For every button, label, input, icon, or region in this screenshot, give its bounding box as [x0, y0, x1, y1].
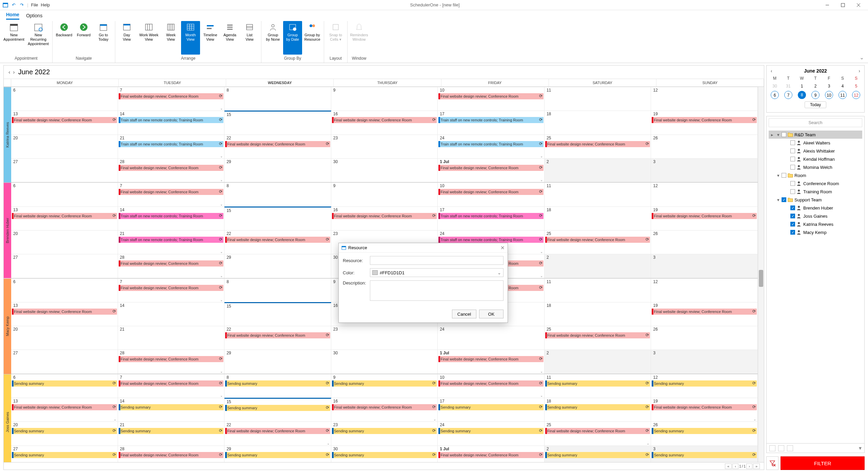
- snap-to-cells-button[interactable]: Snap to Cells ▾: [326, 21, 345, 55]
- calendar-cell[interactable]: 21: [118, 326, 225, 350]
- calendar-cell[interactable]: 1 JulFinal website design review; Confer…: [438, 350, 545, 373]
- appointment[interactable]: Sending summary⟳: [652, 428, 757, 434]
- calendar-cell[interactable]: 15: [224, 206, 331, 230]
- appointment[interactable]: Final website design review; Conference …: [545, 141, 650, 147]
- appointment[interactable]: Final website design review; Conference …: [652, 404, 757, 410]
- calendar-cell[interactable]: 19Final website design review; Conferenc…: [651, 206, 758, 230]
- first-page-button[interactable]: «: [725, 464, 732, 469]
- appointment[interactable]: Sending summary⟳: [545, 380, 650, 387]
- calendar-cell[interactable]: 27: [11, 254, 118, 278]
- calendar-cell[interactable]: 9: [331, 87, 438, 111]
- appointment[interactable]: Sending summary⟳: [545, 404, 650, 410]
- calendar-cell[interactable]: 21Train staff on new remote controls; Tr…: [118, 230, 225, 254]
- calendar-cell[interactable]: 10Final website design review; Conferenc…: [438, 182, 545, 206]
- appointment[interactable]: Sending summary⟳: [332, 380, 437, 387]
- calendar-cell[interactable]: 6: [11, 278, 118, 302]
- calendar-cell[interactable]: 1 JulFinal website design review; Confer…: [438, 158, 545, 182]
- calendar-cell[interactable]: 14Sending summary⟳: [118, 398, 225, 421]
- tree-expand-icon[interactable]: ▾: [859, 445, 862, 451]
- checkbox[interactable]: ✓: [790, 222, 795, 227]
- calendar-cell[interactable]: 2: [545, 254, 651, 278]
- show-more-icon[interactable]: ⌄: [540, 394, 543, 397]
- calendar-cell[interactable]: 20: [11, 135, 118, 158]
- appointment[interactable]: Sending summary⟳: [12, 452, 117, 458]
- calendar-cell[interactable]: 17Train staff on new remote controls; Tr…: [438, 206, 545, 230]
- calendar-cell[interactable]: 20Sending summary⟳: [11, 421, 118, 445]
- appointment[interactable]: Final website design review; Conference …: [438, 380, 544, 387]
- calendar-cell[interactable]: 11: [545, 87, 651, 111]
- timeline-view-button[interactable]: Timeline View: [201, 21, 220, 55]
- appointment[interactable]: Final website design review; Conference …: [12, 404, 117, 410]
- show-more-icon[interactable]: ⌄: [220, 370, 223, 373]
- tree-member[interactable]: ✓Brenden Huber: [769, 204, 862, 212]
- mini-next-button[interactable]: ›: [859, 68, 860, 74]
- calendar-cell[interactable]: 13Final website design review; Conferenc…: [11, 398, 118, 421]
- show-more-icon[interactable]: ⌄: [540, 370, 543, 373]
- appointment[interactable]: Final website design review; Conference …: [332, 117, 437, 123]
- mini-calendar-grid[interactable]: MTW TFS S 30 31 1 2 3 4 5 6 7 8 9: [768, 75, 863, 99]
- appointment[interactable]: Final website design review; Conference …: [119, 93, 224, 99]
- tree-member[interactable]: Momina Welch: [769, 163, 862, 171]
- calendar-cell[interactable]: 25Final website design review; Conferenc…: [545, 421, 651, 445]
- new-recurring-appointment-button[interactable]: New Recurring Appointment: [26, 21, 50, 55]
- minimize-button[interactable]: [820, 0, 835, 10]
- tab-options[interactable]: Options: [26, 13, 42, 20]
- appointment[interactable]: Final website design review; Conference …: [119, 189, 224, 195]
- next-page-button[interactable]: ›: [746, 464, 752, 469]
- list-view-button[interactable]: List View: [240, 21, 259, 55]
- show-more-icon[interactable]: ⌄: [220, 274, 223, 278]
- tab-home[interactable]: Home: [6, 12, 19, 20]
- calendar-cell[interactable]: 7Final website design review; Conference…: [118, 182, 225, 206]
- appointment[interactable]: Final website design review; Conference …: [225, 428, 330, 434]
- checkbox[interactable]: ✓: [790, 230, 795, 235]
- appointment[interactable]: Sending summary⟳: [332, 428, 437, 434]
- calendar-cell[interactable]: 6Sending summary⟳: [11, 374, 118, 398]
- calendar-cell[interactable]: 23Sending summary⟳: [331, 421, 438, 445]
- calendar-cell[interactable]: 28Final website design review; Conferenc…: [118, 254, 225, 278]
- calendar-cell[interactable]: 23: [331, 326, 438, 350]
- appointment[interactable]: Train staff on new remote controls; Trai…: [119, 117, 224, 123]
- agenda-view-button[interactable]: Agenda View: [220, 21, 239, 55]
- calendar-cell[interactable]: 25Final website design review; Conferenc…: [545, 135, 651, 158]
- appointment[interactable]: Final website design review; Conference …: [12, 309, 117, 315]
- calendar-cell[interactable]: 21Train staff on new remote controls; Tr…: [118, 135, 225, 158]
- calendar-cell[interactable]: 12: [651, 278, 758, 302]
- calendar-cell[interactable]: 8: [224, 182, 331, 206]
- appointment[interactable]: Sending summary⟳: [12, 380, 117, 387]
- calendar-cell[interactable]: 17Train staff on new remote controls; Tr…: [438, 111, 545, 134]
- tree-edit-button[interactable]: [778, 445, 784, 451]
- collapse-ribbon-icon[interactable]: ⌄: [860, 54, 864, 61]
- calendar-cell[interactable]: 20: [11, 326, 118, 350]
- calendar-cell[interactable]: 11: [545, 278, 651, 302]
- show-more-icon[interactable]: ⌄: [220, 394, 223, 397]
- appointment[interactable]: Train staff on new remote controls; Trai…: [119, 213, 224, 219]
- calendar-cell[interactable]: 26: [651, 230, 758, 254]
- undo-icon[interactable]: ↶: [11, 2, 16, 8]
- appointment[interactable]: Sending summary⟳: [545, 452, 650, 458]
- show-more-icon[interactable]: ⌄: [220, 106, 223, 110]
- show-more-icon[interactable]: ⌄: [220, 154, 223, 158]
- show-more-icon[interactable]: ⌄: [540, 250, 543, 254]
- close-button[interactable]: [851, 0, 866, 10]
- calendar-cell[interactable]: 6: [11, 87, 118, 111]
- calendar-cell[interactable]: 26: [651, 135, 758, 158]
- calendar-cell[interactable]: 18: [545, 206, 651, 230]
- appointment[interactable]: Final website design review; Conference …: [119, 285, 224, 291]
- calendar-cell[interactable]: 6: [11, 182, 118, 206]
- calendar-cell[interactable]: 22Final website design review; Conferenc…: [224, 326, 331, 350]
- workweek-view-button[interactable]: Work Week View: [137, 21, 161, 55]
- appointment[interactable]: Sending summary⟳: [225, 452, 330, 458]
- tree-member[interactable]: ✓Macy Kemp: [769, 228, 862, 236]
- calendar-cell[interactable]: 2: [545, 350, 651, 373]
- checkbox[interactable]: [782, 173, 786, 178]
- resource-name-input[interactable]: [370, 256, 504, 265]
- show-more-icon[interactable]: ⌄: [220, 202, 223, 206]
- calendar-cell[interactable]: 25Final website design review; Conferenc…: [545, 230, 651, 254]
- checkbox[interactable]: [790, 165, 795, 170]
- calendar-cell[interactable]: 16Final website design review; Conferenc…: [331, 206, 438, 230]
- appointment[interactable]: Final website design review; Conference …: [119, 452, 224, 458]
- appointment[interactable]: Final website design review; Conference …: [332, 404, 437, 410]
- menu-file[interactable]: File: [31, 2, 38, 7]
- calendar-cell[interactable]: 28Final website design review; Conferenc…: [118, 158, 225, 182]
- checkbox[interactable]: [790, 189, 795, 194]
